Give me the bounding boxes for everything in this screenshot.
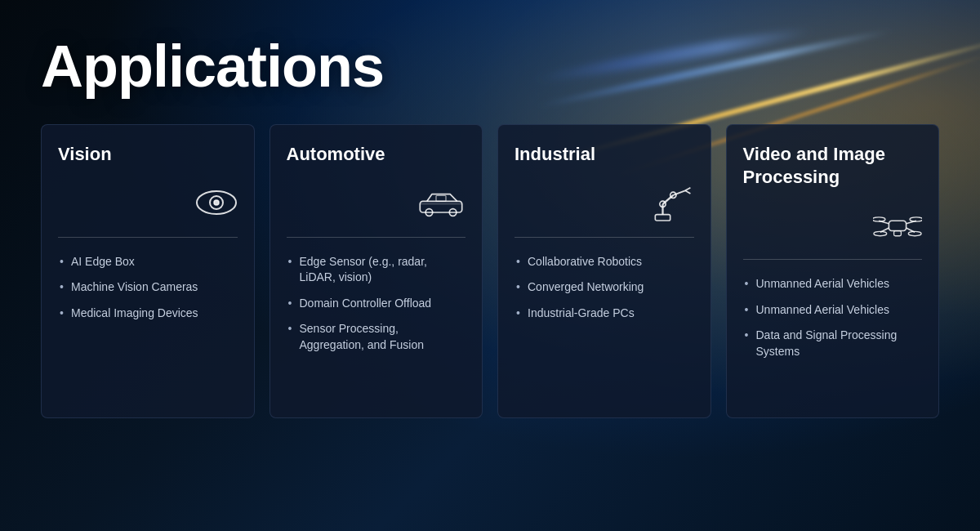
card-industrial-title: Industrial: [514, 143, 694, 166]
list-item: Unmanned Aerial Vehicles: [743, 276, 923, 292]
svg-rect-7: [436, 195, 446, 201]
list-item: AI Edge Box: [58, 254, 238, 270]
list-item: Edge Sensor (e.g., radar, LiDAR, vision): [287, 254, 466, 286]
card-vision-divider: [58, 237, 238, 238]
card-industrial-icon-area: [514, 181, 694, 225]
card-automotive-title: Automotive: [287, 143, 466, 166]
page-title: Applications: [41, 33, 939, 100]
svg-rect-17: [894, 231, 902, 236]
robotic-arm-icon: [649, 182, 694, 223]
card-video-image-icon-area: [743, 203, 923, 248]
list-item: Machine Vision Cameras: [58, 279, 238, 296]
card-vision-title: Vision: [58, 143, 238, 166]
list-item: Collaborative Robotics: [514, 254, 694, 270]
card-video-image-title: Video and Image Processing: [743, 143, 923, 188]
svg-rect-8: [655, 215, 670, 221]
list-item: Medical Imaging Devices: [58, 306, 238, 322]
card-vision-icon-area: [58, 181, 238, 225]
drone-icon: [873, 207, 922, 243]
card-automotive-icon-area: [287, 181, 466, 225]
car-icon: [416, 185, 466, 220]
card-video-image: Video and Image Processing: [726, 124, 940, 418]
card-industrial-divider: [514, 237, 694, 238]
list-item: Sensor Processing, Aggregation, and Fusi…: [287, 321, 466, 353]
eye-icon: [195, 185, 238, 220]
card-video-image-divider: [743, 259, 923, 260]
card-vision-list: AI Edge Box Machine Vision Cameras Medic…: [58, 254, 238, 322]
cards-grid: Vision AI Edge Box Machine Vision Camera…: [41, 124, 939, 418]
svg-line-11: [662, 195, 673, 204]
list-item: Data and Signal Processing Systems: [743, 328, 923, 359]
card-video-image-list: Unmanned Aerial Vehicles Unmanned Aerial…: [743, 276, 923, 359]
card-vision: Vision AI Edge Box Machine Vision Camera…: [41, 124, 255, 418]
svg-rect-16: [889, 221, 906, 230]
svg-line-15: [685, 190, 690, 194]
svg-line-14: [685, 188, 690, 191]
main-content: Applications Vision AI Edge Box Machine …: [0, 0, 980, 443]
list-item: Unmanned Aerial Vehicles: [743, 302, 923, 319]
list-item: Converged Networking: [514, 279, 694, 296]
card-industrial: Industrial: [497, 124, 711, 418]
svg-point-2: [214, 200, 219, 205]
list-item: Industrial-Grade PCs: [514, 306, 694, 322]
card-automotive: Automotive Edge Sensor (e.g., radar, LiD…: [270, 124, 483, 418]
card-automotive-divider: [287, 237, 466, 238]
list-item: Domain Controller Offload: [287, 296, 466, 312]
card-industrial-list: Collaborative Robotics Converged Network…: [514, 254, 694, 322]
card-automotive-list: Edge Sensor (e.g., radar, LiDAR, vision)…: [287, 254, 466, 354]
